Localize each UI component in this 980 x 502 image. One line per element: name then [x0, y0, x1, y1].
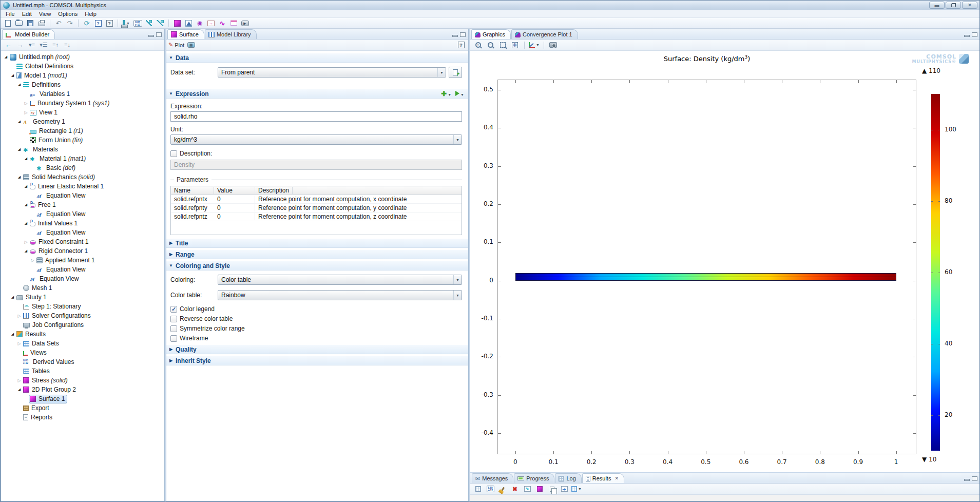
- tree-item-equation-view[interactable]: Equation View: [1, 274, 164, 283]
- print-button[interactable]: [36, 18, 47, 28]
- maximize-panel-icon[interactable]: [972, 32, 977, 37]
- tab-log[interactable]: Log: [555, 473, 581, 483]
- tree-item-initial-values-1[interactable]: ◢Initial Values 1: [1, 219, 164, 228]
- menu-view[interactable]: View: [35, 10, 55, 17]
- menu-help[interactable]: Help: [81, 10, 100, 17]
- clear-table-button[interactable]: [497, 485, 508, 494]
- derived-values-button[interactable]: 8.85 e-12: [485, 485, 495, 494]
- forward-button[interactable]: →: [15, 41, 25, 50]
- move-up-button[interactable]: ≡↑: [50, 41, 61, 50]
- undo-button[interactable]: ↶: [53, 18, 64, 28]
- collapse-arrow-icon[interactable]: ◢: [16, 388, 22, 392]
- restore-button[interactable]: [946, 2, 961, 9]
- show-button[interactable]: ▾☰: [39, 41, 49, 50]
- copy-button[interactable]: [547, 485, 557, 494]
- title-bar[interactable]: Untitled.mph - COMSOL Multiphysics ▬ ✕: [1, 1, 979, 10]
- maximize-panel-icon[interactable]: [460, 32, 466, 37]
- plot-group-button[interactable]: [172, 18, 182, 28]
- collapse-arrow-icon[interactable]: ◢: [23, 203, 29, 207]
- tree-item-fixed-constraint-1[interactable]: ▷Fixed Constraint 1: [1, 237, 164, 246]
- collapse-arrow-icon[interactable]: ◢: [3, 55, 9, 59]
- column-header-description[interactable]: Description: [255, 187, 293, 194]
- tree-item-solid-mechanics[interactable]: ◢Solid Mechanics(solid): [1, 172, 164, 182]
- paintbrush-button[interactable]: ▼: [121, 18, 131, 28]
- move-down-button[interactable]: ≡↓: [62, 41, 72, 50]
- frame-button[interactable]: [228, 18, 239, 28]
- tree-item-job-configurations[interactable]: Job Configurations: [1, 320, 164, 330]
- new-data-set-button[interactable]: [449, 67, 462, 78]
- tree-item-global-definitions[interactable]: Global Definitions: [1, 62, 164, 71]
- tree-item-variables-1[interactable]: Variables 1: [1, 89, 164, 99]
- coloring-select[interactable]: Color table ▼: [218, 275, 462, 285]
- model-builder-tab[interactable]: Model Builder: [2, 29, 55, 39]
- tree-item-boundary-system-1[interactable]: ▷Boundary System 1(sys1): [1, 99, 164, 108]
- minimize-button[interactable]: ▬: [929, 2, 945, 9]
- constants-button[interactable]: 8.85 e-12: [132, 18, 143, 28]
- tree-item-equation-view[interactable]: Equation View: [1, 228, 164, 237]
- documentation-button[interactable]: ?: [104, 18, 114, 28]
- tree-item-form-union[interactable]: Form Union(fin): [1, 136, 164, 145]
- tab-model-library[interactable]: Model Library: [205, 29, 257, 39]
- parameter-cell[interactable]: 0: [214, 213, 255, 220]
- close-tab-icon[interactable]: ✕: [614, 476, 619, 481]
- section-help-button[interactable]: ?: [456, 41, 466, 50]
- measure-point-button[interactable]: [155, 18, 165, 28]
- expand-arrow-icon[interactable]: ▷: [23, 110, 29, 115]
- dataset-select[interactable]: From parent ▼: [218, 67, 446, 78]
- export-table-button[interactable]: ➔: [559, 485, 569, 494]
- section-inherit-style-header[interactable]: ▶ Inherit Style: [166, 356, 468, 365]
- column-header-name[interactable]: Name: [171, 187, 214, 194]
- expand-arrow-icon[interactable]: ▷: [16, 314, 22, 318]
- section-coloring-header[interactable]: ▼ Coloring and Style: [166, 261, 468, 271]
- menu-options[interactable]: Options: [54, 10, 81, 17]
- zoom-in-button[interactable]: +: [473, 41, 483, 50]
- tree-item-export[interactable]: Export: [1, 403, 164, 413]
- update-solution-button[interactable]: ⟳: [82, 18, 92, 28]
- tree-item-surface-1[interactable]: Surface 1: [1, 394, 164, 403]
- collapse-arrow-icon[interactable]: ◢: [23, 184, 29, 188]
- tree-item-results[interactable]: ◢Results: [1, 330, 164, 339]
- section-quality-header[interactable]: ▶ Quality: [166, 344, 468, 354]
- minimize-panel-icon[interactable]: [148, 35, 154, 37]
- column-header-value[interactable]: Value: [214, 187, 255, 194]
- plot-canvas[interactable]: COMSOL MULTIPHYSICS® Surface: Density (k…: [470, 51, 980, 474]
- menu-edit[interactable]: Edit: [18, 10, 35, 17]
- zoom-box-button[interactable]: [497, 41, 508, 50]
- tree-item-stress[interactable]: ▷Stress(solid): [1, 376, 164, 385]
- help-button[interactable]: ?: [93, 18, 103, 28]
- tree-item-free-1[interactable]: ◢Free 1: [1, 200, 164, 209]
- minimize-panel-icon[interactable]: [452, 35, 458, 37]
- collapse-arrow-icon[interactable]: ◢: [23, 157, 29, 161]
- collapse-arrow-icon[interactable]: ◢: [10, 295, 15, 299]
- tree-item-reports[interactable]: Reports: [1, 413, 164, 422]
- collapse-arrow-icon[interactable]: ◢: [23, 221, 29, 225]
- tree-item-tables[interactable]: Tables: [1, 366, 164, 376]
- back-button[interactable]: ←: [3, 41, 13, 50]
- tree-item-basic[interactable]: Basic(def): [1, 163, 164, 172]
- delete-button[interactable]: ✖: [510, 485, 520, 494]
- section-expression-header[interactable]: ▼ Expression ✚▼ ▼: [166, 89, 468, 99]
- tree-item-view-1[interactable]: ▷View 1: [1, 108, 164, 117]
- add-expression-button[interactable]: ✚▼: [441, 90, 451, 98]
- tab-progress[interactable]: Progress: [514, 473, 554, 483]
- tree-item-solver-configurations[interactable]: ▷Solver Configurations: [1, 311, 164, 320]
- tab-messages[interactable]: ✉ Messages: [472, 473, 513, 483]
- tree-item-step-1-stationary[interactable]: Step 1: Stationary: [1, 302, 164, 311]
- tree-item-linear-elastic-material-1[interactable]: ◢Linear Elastic Material 1: [1, 182, 164, 191]
- section-title-header[interactable]: ▶ Title: [166, 238, 468, 248]
- expand-arrow-icon[interactable]: ▷: [16, 378, 22, 383]
- tree-item-untitled-mph[interactable]: ◢Untitled.mph(root): [1, 52, 164, 62]
- colortable-select[interactable]: Rainbow ▼: [218, 290, 462, 300]
- wireframe-checkbox[interactable]: Wireframe: [170, 335, 464, 342]
- collapse-arrow-icon[interactable]: ◢: [16, 120, 22, 124]
- section-range-header[interactable]: ▶ Range: [166, 249, 468, 259]
- player-button[interactable]: ▶: [240, 18, 250, 28]
- collapse-arrow-icon[interactable]: ◢: [10, 332, 15, 336]
- open-file-button[interactable]: [14, 18, 24, 28]
- tree-item-material-1[interactable]: ◢Material 1(mat1): [1, 154, 164, 163]
- tree-item-derived-values[interactable]: Derived Values: [1, 357, 164, 366]
- maximize-panel-icon[interactable]: [156, 32, 162, 37]
- close-button[interactable]: ✕: [962, 2, 977, 9]
- reverse-color-table-checkbox[interactable]: Reverse color table: [170, 315, 464, 322]
- beam-button[interactable]: ∿: [217, 18, 227, 28]
